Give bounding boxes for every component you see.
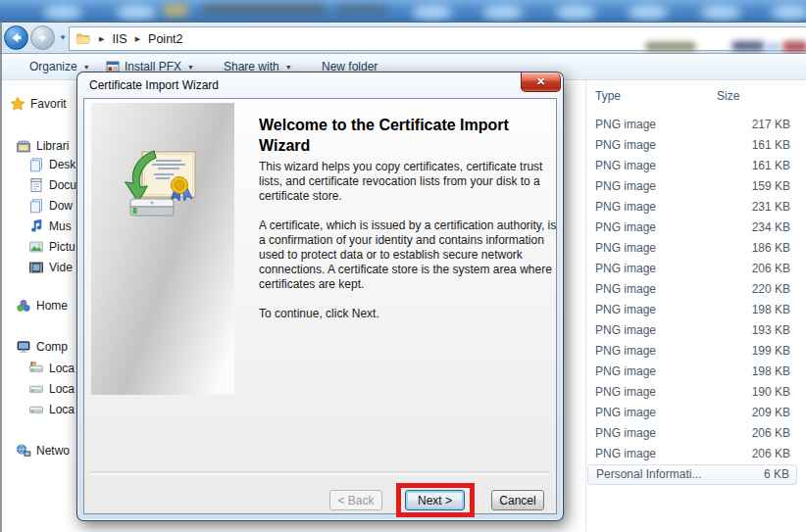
file-size: 206 KB [752, 444, 790, 464]
file-row[interactable]: PNG image190 KB [587, 382, 797, 403]
file-size: 217 KB [752, 115, 790, 135]
titlebar-blur-artifact [201, 4, 327, 15]
sidebar-item-label: Docu [49, 178, 76, 192]
file-size: 220 KB [752, 279, 790, 300]
file-row[interactable]: PNG image186 KB [587, 238, 797, 259]
sidebar-item-videos[interactable]: Vide [28, 259, 73, 276]
file-size: 198 KB [752, 362, 790, 382]
cancel-button[interactable]: Cancel [491, 490, 544, 510]
file-size: 199 KB [752, 341, 790, 362]
sidebar-item-pictures[interactable]: Pictu [28, 238, 76, 256]
file-size: 209 KB [752, 403, 790, 423]
breadcrumb-arrow-icon: ▶ [135, 35, 140, 42]
file-size: 231 KB [752, 197, 790, 218]
breadcrumb-item-iis[interactable]: IIS [112, 32, 126, 46]
file-type: PNG image [595, 382, 656, 403]
sidebar-item-label: Dow [49, 199, 73, 213]
os-disk-icon [28, 361, 44, 376]
sidebar-item-music[interactable]: Mus [28, 218, 72, 235]
file-type: PNG image [595, 423, 656, 444]
computer-icon [16, 339, 31, 355]
file-row[interactable]: PNG image206 KB [587, 423, 797, 444]
file-row[interactable]: PNG image209 KB [587, 403, 797, 423]
back-button-dialog[interactable]: < Back [329, 490, 382, 510]
file-type: PNG image [595, 403, 656, 423]
wizard-paragraph: To continue, click Next. [259, 307, 558, 321]
wizard-paragraph: This wizard helps you copy certificates,… [259, 160, 558, 204]
wizard-description: This wizard helps you copy certificates,… [259, 160, 558, 336]
file-row[interactable]: PNG image217 KB [587, 115, 797, 135]
sidebar-item-computer[interactable]: Comp [16, 338, 68, 356]
certificate-import-icon [119, 148, 201, 224]
sidebar-item-local-disk[interactable]: Loca [28, 401, 75, 418]
file-size: 190 KB [752, 382, 790, 403]
sidebar-item-homegroup[interactable]: Home [16, 297, 68, 314]
breadcrumb-item-point2[interactable]: Point2 [148, 32, 182, 46]
dialog-body: Welcome to the Certificate Import Wizard… [83, 98, 557, 514]
sidebar-item-downloads[interactable]: Dow [28, 197, 73, 215]
music-note-icon [28, 218, 44, 234]
sidebar-item-libraries[interactable]: Librari [16, 137, 69, 155]
sidebar-item-label: Netwo [36, 444, 70, 458]
file-size: 186 KB [752, 238, 790, 259]
window-titlebar [0, 0, 806, 22]
file-row[interactable]: PNG image234 KB [587, 218, 797, 238]
column-separator [585, 80, 586, 532]
titlebar-blur-artifact [771, 5, 806, 20]
sidebar-item-favorites[interactable]: Favorit [10, 95, 67, 113]
sidebar-item-label: Librari [36, 139, 69, 153]
file-row[interactable]: PNG image206 KB [587, 259, 797, 279]
file-row[interactable]: PNG image193 KB [587, 320, 797, 341]
file-type: PNG image [595, 115, 656, 135]
sidebar-item-label: Home [36, 299, 68, 313]
chevron-down-icon: ▼ [285, 64, 292, 71]
file-type: PNG image [595, 320, 656, 341]
sidebar-item-local-disk-c[interactable]: Loca [28, 360, 75, 377]
sidebar-item-desktop[interactable]: Desk [28, 156, 76, 173]
close-button[interactable]: ✕ [521, 73, 561, 92]
sidebar-item-documents[interactable]: Docu [28, 176, 76, 194]
file-type: PNG image [595, 135, 656, 156]
forward-button[interactable] [30, 25, 55, 50]
back-button[interactable] [4, 25, 28, 50]
file-type: PNG image [595, 238, 656, 259]
file-type: Personal Informati... [596, 465, 701, 484]
sidebar-item-label: Pictu [49, 240, 76, 254]
next-button[interactable]: Next > [405, 490, 465, 510]
sidebar-item-local-disk[interactable]: Loca [28, 380, 75, 398]
file-row-selected[interactable]: Personal Informati...6 KB [587, 464, 797, 485]
file-row[interactable]: PNG image198 KB [587, 362, 797, 382]
file-row[interactable]: PNG image161 KB [587, 156, 797, 176]
recent-pages-dropdown-icon[interactable]: ▼ [59, 33, 67, 42]
address-blur-artifact [731, 41, 765, 51]
star-icon [10, 96, 25, 112]
forward-arrow-icon [35, 30, 50, 45]
titlebar-blur-artifact [555, 5, 596, 20]
file-row[interactable]: PNG image206 KB [587, 444, 797, 464]
titlebar-blur-artifact [335, 5, 388, 14]
homegroup-icon [16, 298, 31, 314]
column-header-size[interactable]: Size [717, 89, 739, 103]
sidebar-item-network[interactable]: Netwo [16, 442, 70, 459]
wizard-paragraph: A certificate, which is issued by a cert… [259, 218, 558, 292]
sidebar-item-label: Loca [49, 403, 75, 416]
file-row[interactable]: PNG image231 KB [587, 197, 797, 218]
file-size: 193 KB [752, 320, 790, 341]
file-row[interactable]: PNG image159 KB [587, 176, 797, 197]
wizard-heading: Welcome to the Certificate Import Wizard [259, 115, 549, 156]
sidebar-item-label: Loca [49, 362, 75, 375]
file-row[interactable]: PNG image199 KB [587, 341, 797, 362]
button-divider [90, 471, 550, 475]
file-size: 159 KB [752, 176, 790, 197]
titlebar-blur-artifact [412, 5, 453, 20]
file-type: PNG image [595, 341, 656, 362]
file-row[interactable]: PNG image198 KB [587, 300, 797, 320]
address-blur-artifact [766, 43, 781, 51]
file-row[interactable]: PNG image161 KB [587, 135, 797, 156]
sidebar-item-label: Mus [49, 219, 72, 233]
address-blur-artifact [782, 41, 806, 52]
column-header-type[interactable]: Type [595, 89, 621, 103]
file-type: PNG image [595, 218, 656, 238]
file-size: 161 KB [752, 135, 790, 156]
file-row[interactable]: PNG image220 KB [587, 279, 797, 300]
